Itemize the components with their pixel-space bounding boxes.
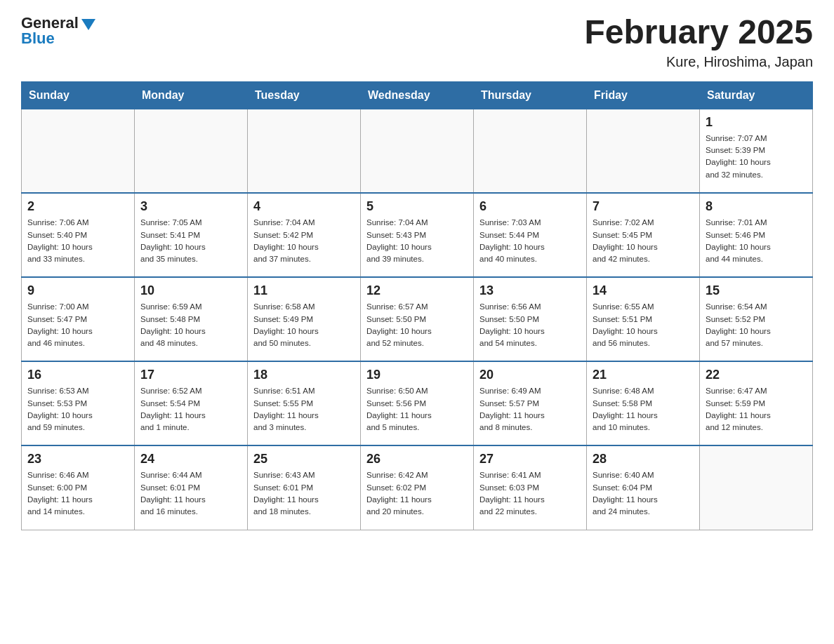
- day-info: Sunrise: 7:01 AM Sunset: 5:46 PM Dayligh…: [706, 217, 807, 265]
- day-number: 2: [27, 199, 128, 214]
- day-info: Sunrise: 6:48 AM Sunset: 5:58 PM Dayligh…: [593, 385, 694, 434]
- day-number: 9: [27, 283, 128, 298]
- day-number: 10: [140, 283, 241, 298]
- calendar-cell: [361, 109, 474, 193]
- calendar-cell: 17Sunrise: 6:52 AM Sunset: 5:54 PM Dayli…: [135, 361, 248, 445]
- day-info: Sunrise: 6:44 AM Sunset: 6:01 PM Dayligh…: [140, 469, 241, 518]
- day-number: 7: [593, 199, 694, 214]
- day-info: Sunrise: 6:56 AM Sunset: 5:50 PM Dayligh…: [479, 301, 581, 349]
- day-info: Sunrise: 6:41 AM Sunset: 6:03 PM Dayligh…: [479, 469, 581, 518]
- calendar-week-row: 16Sunrise: 6:53 AM Sunset: 5:53 PM Dayli…: [22, 361, 813, 445]
- day-info: Sunrise: 6:47 AM Sunset: 5:59 PM Dayligh…: [706, 385, 807, 434]
- calendar-cell: 2Sunrise: 7:06 AM Sunset: 5:40 PM Daylig…: [22, 193, 135, 277]
- day-info: Sunrise: 6:54 AM Sunset: 5:52 PM Dayligh…: [706, 301, 807, 349]
- calendar-week-row: 2Sunrise: 7:06 AM Sunset: 5:40 PM Daylig…: [22, 193, 813, 277]
- day-info: Sunrise: 6:43 AM Sunset: 6:01 PM Dayligh…: [253, 469, 355, 518]
- day-of-week-header: Wednesday: [361, 81, 474, 109]
- calendar-week-row: 9Sunrise: 7:00 AM Sunset: 5:47 PM Daylig…: [22, 277, 813, 361]
- calendar-cell: 9Sunrise: 7:00 AM Sunset: 5:47 PM Daylig…: [22, 277, 135, 361]
- day-number: 8: [706, 199, 807, 214]
- logo-arrow-icon: [81, 19, 95, 30]
- calendar-cell: [248, 109, 361, 193]
- calendar-cell: 6Sunrise: 7:03 AM Sunset: 5:44 PM Daylig…: [474, 193, 587, 277]
- day-info: Sunrise: 6:46 AM Sunset: 6:00 PM Dayligh…: [27, 469, 128, 518]
- day-number: 17: [140, 368, 241, 382]
- calendar-cell: 3Sunrise: 7:05 AM Sunset: 5:41 PM Daylig…: [135, 193, 248, 277]
- calendar-cell: 25Sunrise: 6:43 AM Sunset: 6:01 PM Dayli…: [248, 445, 361, 530]
- page-header: General Blue February 2025 Kure, Hiroshi…: [21, 14, 813, 70]
- calendar-subtitle: Kure, Hiroshima, Japan: [584, 54, 813, 70]
- calendar-table: SundayMondayTuesdayWednesdayThursdayFrid…: [21, 81, 813, 530]
- day-of-week-header: Tuesday: [248, 81, 361, 109]
- day-info: Sunrise: 6:40 AM Sunset: 6:04 PM Dayligh…: [593, 469, 694, 518]
- day-info: Sunrise: 6:52 AM Sunset: 5:54 PM Dayligh…: [140, 385, 241, 434]
- day-number: 11: [253, 283, 355, 298]
- calendar-cell: 7Sunrise: 7:02 AM Sunset: 5:45 PM Daylig…: [587, 193, 700, 277]
- day-number: 20: [479, 368, 581, 382]
- day-number: 28: [593, 452, 694, 467]
- calendar-cell: [700, 445, 813, 530]
- day-info: Sunrise: 7:03 AM Sunset: 5:44 PM Dayligh…: [479, 217, 581, 265]
- day-of-week-header: Sunday: [22, 81, 135, 109]
- day-info: Sunrise: 7:07 AM Sunset: 5:39 PM Dayligh…: [706, 133, 807, 181]
- day-info: Sunrise: 6:59 AM Sunset: 5:48 PM Dayligh…: [140, 301, 241, 349]
- day-of-week-header: Saturday: [700, 81, 813, 109]
- calendar-cell: 14Sunrise: 6:55 AM Sunset: 5:51 PM Dayli…: [587, 277, 700, 361]
- day-number: 27: [479, 452, 581, 467]
- day-of-week-header: Monday: [135, 81, 248, 109]
- day-info: Sunrise: 6:58 AM Sunset: 5:49 PM Dayligh…: [253, 301, 355, 349]
- day-info: Sunrise: 6:50 AM Sunset: 5:56 PM Dayligh…: [366, 385, 468, 434]
- day-number: 12: [366, 283, 468, 298]
- day-info: Sunrise: 7:05 AM Sunset: 5:41 PM Dayligh…: [140, 217, 241, 265]
- calendar-cell: 13Sunrise: 6:56 AM Sunset: 5:50 PM Dayli…: [474, 277, 587, 361]
- day-number: 25: [253, 452, 355, 467]
- calendar-cell: 8Sunrise: 7:01 AM Sunset: 5:46 PM Daylig…: [700, 193, 813, 277]
- calendar-cell: [474, 109, 587, 193]
- calendar-cell: 23Sunrise: 6:46 AM Sunset: 6:00 PM Dayli…: [22, 445, 135, 530]
- day-number: 6: [479, 199, 581, 214]
- day-number: 22: [706, 368, 807, 382]
- day-number: 18: [253, 368, 355, 382]
- calendar-cell: 24Sunrise: 6:44 AM Sunset: 6:01 PM Dayli…: [135, 445, 248, 530]
- calendar-cell: 16Sunrise: 6:53 AM Sunset: 5:53 PM Dayli…: [22, 361, 135, 445]
- day-info: Sunrise: 7:04 AM Sunset: 5:42 PM Dayligh…: [253, 217, 355, 265]
- day-info: Sunrise: 7:00 AM Sunset: 5:47 PM Dayligh…: [27, 301, 128, 349]
- calendar-cell: 21Sunrise: 6:48 AM Sunset: 5:58 PM Dayli…: [587, 361, 700, 445]
- day-number: 16: [27, 368, 128, 382]
- calendar-week-row: 23Sunrise: 6:46 AM Sunset: 6:00 PM Dayli…: [22, 445, 813, 530]
- calendar-title: February 2025: [584, 14, 813, 51]
- logo: General Blue: [21, 14, 95, 48]
- day-number: 26: [366, 452, 468, 467]
- day-number: 13: [479, 283, 581, 298]
- calendar-cell: 5Sunrise: 7:04 AM Sunset: 5:43 PM Daylig…: [361, 193, 474, 277]
- calendar-cell: 27Sunrise: 6:41 AM Sunset: 6:03 PM Dayli…: [474, 445, 587, 530]
- logo-blue-text: Blue: [21, 29, 55, 48]
- day-number: 15: [706, 283, 807, 298]
- day-info: Sunrise: 7:02 AM Sunset: 5:45 PM Dayligh…: [593, 217, 694, 265]
- day-info: Sunrise: 7:06 AM Sunset: 5:40 PM Dayligh…: [27, 217, 128, 265]
- calendar-cell: 15Sunrise: 6:54 AM Sunset: 5:52 PM Dayli…: [700, 277, 813, 361]
- day-info: Sunrise: 6:55 AM Sunset: 5:51 PM Dayligh…: [593, 301, 694, 349]
- calendar-cell: 26Sunrise: 6:42 AM Sunset: 6:02 PM Dayli…: [361, 445, 474, 530]
- day-number: 4: [253, 199, 355, 214]
- day-number: 23: [27, 452, 128, 467]
- day-number: 1: [706, 115, 807, 130]
- calendar-cell: 12Sunrise: 6:57 AM Sunset: 5:50 PM Dayli…: [361, 277, 474, 361]
- day-number: 19: [366, 368, 468, 382]
- calendar-cell: [135, 109, 248, 193]
- calendar-header-row: SundayMondayTuesdayWednesdayThursdayFrid…: [22, 81, 813, 109]
- day-of-week-header: Friday: [587, 81, 700, 109]
- day-number: 14: [593, 283, 694, 298]
- calendar-cell: 22Sunrise: 6:47 AM Sunset: 5:59 PM Dayli…: [700, 361, 813, 445]
- calendar-cell: 28Sunrise: 6:40 AM Sunset: 6:04 PM Dayli…: [587, 445, 700, 530]
- calendar-cell: 20Sunrise: 6:49 AM Sunset: 5:57 PM Dayli…: [474, 361, 587, 445]
- title-block: February 2025 Kure, Hiroshima, Japan: [584, 14, 813, 70]
- day-info: Sunrise: 6:42 AM Sunset: 6:02 PM Dayligh…: [366, 469, 468, 518]
- day-number: 21: [593, 368, 694, 382]
- day-number: 3: [140, 199, 241, 214]
- day-info: Sunrise: 6:49 AM Sunset: 5:57 PM Dayligh…: [479, 385, 581, 434]
- calendar-cell: 18Sunrise: 6:51 AM Sunset: 5:55 PM Dayli…: [248, 361, 361, 445]
- calendar-cell: [587, 109, 700, 193]
- day-number: 5: [366, 199, 468, 214]
- day-info: Sunrise: 6:57 AM Sunset: 5:50 PM Dayligh…: [366, 301, 468, 349]
